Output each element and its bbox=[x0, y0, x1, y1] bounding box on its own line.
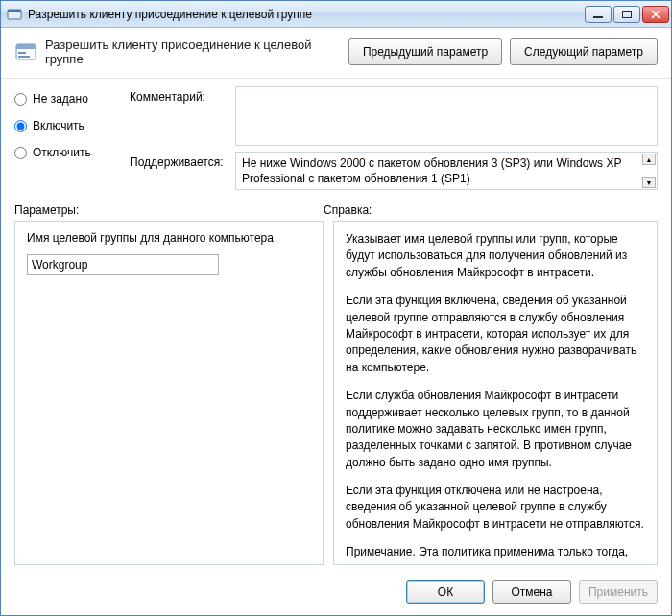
supported-on-text: Не ниже Windows 2000 с пакетом обновлени… bbox=[242, 156, 621, 185]
svg-rect-1 bbox=[8, 10, 21, 12]
comment-label: Комментарий: bbox=[130, 86, 235, 146]
help-text: Примечание. Эта политика применима тольк… bbox=[346, 544, 645, 565]
radio-enabled-input[interactable] bbox=[14, 120, 27, 132]
params-panel: Имя целевой группы для данного компьютер… bbox=[14, 221, 324, 565]
window-title: Разрешить клиенту присоединение к целево… bbox=[28, 8, 585, 21]
radio-enabled[interactable]: Включить bbox=[14, 119, 130, 132]
scroll-down-button[interactable]: ▼ bbox=[642, 177, 656, 188]
svg-rect-5 bbox=[18, 56, 30, 58]
header-title: Разрешить клиенту присоединение к целево… bbox=[45, 37, 341, 66]
help-panel[interactable]: Указывает имя целевой группы или групп, … bbox=[333, 221, 658, 565]
header: Разрешить клиенту присоединение к целево… bbox=[1, 28, 671, 79]
comment-textarea[interactable] bbox=[235, 86, 658, 146]
supported-label: Поддерживается: bbox=[130, 152, 235, 190]
policy-icon bbox=[14, 40, 37, 63]
radio-disabled-input[interactable] bbox=[14, 147, 27, 159]
svg-rect-4 bbox=[18, 52, 26, 54]
app-icon bbox=[7, 7, 22, 22]
radio-label: Не задано bbox=[33, 92, 88, 106]
cancel-button[interactable]: Отмена bbox=[492, 580, 571, 604]
param-target-group-label: Имя целевой группы для данного компьютер… bbox=[27, 231, 311, 245]
help-text: Указывает имя целевой группы или групп, … bbox=[346, 231, 645, 281]
maximize-button[interactable] bbox=[613, 6, 640, 23]
apply-button[interactable]: Применить bbox=[579, 580, 658, 604]
titlebar[interactable]: Разрешить клиенту присоединение к целево… bbox=[1, 1, 671, 28]
params-section-label: Параметры: bbox=[14, 203, 324, 217]
target-group-input[interactable] bbox=[27, 254, 219, 275]
help-section-label: Справка: bbox=[324, 203, 658, 217]
state-radio-group: Не задано Включить Отключить bbox=[14, 86, 130, 190]
radio-label: Отключить bbox=[33, 146, 91, 159]
dialog-window: Разрешить клиенту присоединение к целево… bbox=[0, 0, 672, 616]
supported-on-box: Не ниже Windows 2000 с пакетом обновлени… bbox=[235, 152, 658, 190]
radio-label: Включить bbox=[33, 119, 84, 132]
help-text: Если служба обновления Майкрософт в интр… bbox=[346, 388, 645, 471]
next-setting-button[interactable]: Следующий параметр bbox=[510, 38, 658, 65]
radio-not-configured[interactable]: Не задано bbox=[14, 92, 130, 106]
svg-rect-3 bbox=[16, 44, 36, 49]
ok-button[interactable]: ОК bbox=[406, 580, 485, 604]
footer: ОК Отмена Применить bbox=[1, 571, 671, 615]
radio-disabled[interactable]: Отключить bbox=[14, 146, 130, 159]
prev-setting-button[interactable]: Предыдущий параметр bbox=[348, 38, 502, 65]
close-button[interactable] bbox=[642, 6, 669, 23]
scroll-up-button[interactable]: ▲ bbox=[642, 154, 656, 165]
radio-not-configured-input[interactable] bbox=[14, 93, 27, 106]
help-text: Если эта функция включена, сведения об у… bbox=[346, 293, 645, 376]
help-text: Если эта функция отключена или не настро… bbox=[346, 483, 645, 533]
minimize-button[interactable] bbox=[585, 6, 612, 23]
